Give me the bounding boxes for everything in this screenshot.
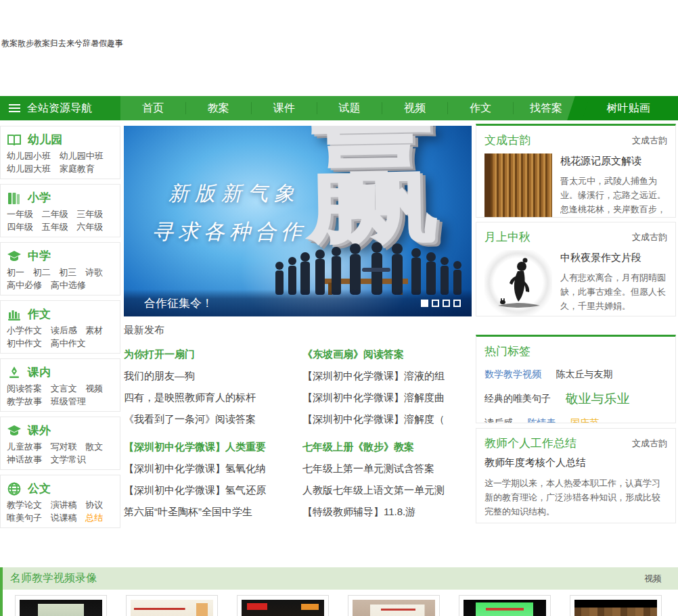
tag-link[interactable]: 国庆节 (570, 417, 599, 423)
post-link[interactable]: 七年级上册《散步》教案 (302, 441, 472, 454)
video-card[interactable] (348, 595, 440, 616)
sidebar-link[interactable]: 四年级 (7, 221, 33, 233)
sidebar-link[interactable]: 教学论文 (7, 499, 42, 511)
sidebar-link[interactable]: 高中作文 (51, 337, 86, 349)
sidebar-section-title[interactable]: 小学 (28, 190, 51, 206)
tag-link[interactable]: 经典的唯美句子 (484, 393, 551, 405)
carousel-caption-link[interactable]: 合作征集令！ (144, 295, 421, 311)
sidebar-link[interactable]: 神话故事 (7, 454, 42, 465)
article-title-link[interactable]: 桃花源记原文解读 (560, 155, 667, 168)
sidebar-link[interactable]: 视频 (85, 383, 103, 394)
sidebar-link[interactable]: 家庭教育 (60, 163, 95, 174)
carousel-indicator[interactable] (432, 300, 439, 307)
post-link[interactable]: 【深圳初中化学微课】溶液的组 (302, 370, 472, 383)
post-link[interactable]: 【深圳初中化学微课】人类重要 (124, 441, 293, 454)
hero-carousel[interactable]: 赢 新版新气象 寻求各种合作 合作征集令！ (124, 126, 472, 316)
video-card[interactable] (570, 595, 662, 616)
sidebar-link[interactable]: 幼儿园小班 (7, 150, 51, 162)
hot-tags-box: 热门标签 数学教学视频 陈太丘与友期 经典的唯美句子 敬业与乐业 读后感 陈情表… (476, 335, 676, 423)
post-link[interactable]: 为你打开一扇门 (124, 348, 293, 361)
nav-brand-all-resources[interactable]: 全站资源导航 (0, 96, 120, 120)
sidebar-link[interactable]: 唯美句子 (7, 512, 42, 523)
sidebar-link[interactable]: 六年级 (76, 221, 103, 233)
sidebar-section-title[interactable]: 公文 (28, 481, 51, 496)
tag-link[interactable]: 陈太丘与友期 (556, 369, 612, 381)
carousel-indicator[interactable] (443, 300, 450, 307)
tag-link[interactable]: 读后感 (484, 417, 513, 423)
sidebar-link[interactable]: 初二 (33, 266, 51, 278)
sidebar-link[interactable]: 教学故事 (7, 396, 42, 407)
sidebar-link[interactable]: 一年级 (7, 208, 33, 220)
sidebar-link[interactable]: 素材 (85, 325, 103, 336)
sidebar-link[interactable]: 说课稿 (51, 512, 77, 523)
sidebar-link[interactable]: 小学作文 (7, 325, 42, 336)
sidebar-link[interactable]: 高中必修 (7, 279, 42, 291)
tag-link[interactable]: 陈情表 (527, 417, 556, 423)
post-link[interactable]: 七年级上第一单元测试含答案 (302, 463, 472, 475)
nav-item-leaf-collage[interactable]: 树叶贴画 (579, 96, 678, 120)
post-link[interactable]: 我们的朋友—狗 (124, 370, 293, 383)
nav-item-lesson-plans[interactable]: 教案 (186, 101, 251, 116)
article-title-link[interactable]: 教师年度考核个人总结 (484, 456, 667, 469)
carousel-indicator[interactable] (421, 300, 428, 307)
sidebar-section-title[interactable]: 作文 (28, 306, 51, 322)
sidebar-link[interactable]: 三年级 (76, 208, 103, 220)
bamboo-scroll-image[interactable] (484, 153, 552, 218)
nav-item-videos[interactable]: 视频 (382, 101, 447, 116)
sidebar-link[interactable]: 班级管理 (51, 396, 86, 407)
box-title[interactable]: 月上中秋 (484, 229, 530, 245)
nav-item-compositions[interactable]: 作文 (448, 101, 513, 116)
nav-item-courseware[interactable]: 课件 (252, 101, 317, 116)
nav-item-exams[interactable]: 试题 (317, 101, 382, 116)
video-card[interactable] (15, 595, 107, 616)
video-card[interactable] (459, 595, 551, 616)
post-link[interactable]: 【深圳初中化学微课】氢气还原 (124, 484, 293, 497)
article-title-link[interactable]: 中秋夜景作文片段 (560, 252, 667, 264)
sidebar-link[interactable]: 初一 (7, 266, 24, 278)
post-link[interactable]: 《我看到了一条河》阅读答案 (124, 413, 293, 426)
box-title[interactable]: 教师个人工作总结 (484, 435, 577, 451)
sidebar-section-title[interactable]: 幼儿园 (28, 132, 62, 147)
sidebar-link[interactable]: 五年级 (42, 221, 68, 233)
sidebar-link[interactable]: 高中选修 (51, 279, 86, 291)
post-link[interactable]: 【特级教师辅导】11.8.游 (302, 506, 472, 519)
tag-link[interactable]: 数学教学视频 (484, 369, 541, 381)
sidebar-link-summary[interactable]: 总结 (85, 512, 103, 523)
sidebar-link[interactable]: 演讲稿 (51, 499, 77, 511)
sidebar-link[interactable]: 散文 (85, 441, 103, 452)
sidebar-link[interactable]: 初三 (59, 266, 76, 278)
sidebar-link[interactable]: 写对联 (51, 441, 77, 452)
post-link[interactable]: 【深圳初中化学微课】溶解度（ (302, 413, 472, 426)
sidebar-section-title[interactable]: 课外 (28, 423, 51, 438)
sidebar-link[interactable]: 文学常识 (51, 454, 86, 465)
videos-more-link[interactable]: 视频 (644, 573, 662, 585)
sidebar-link[interactable]: 诗歌 (85, 266, 103, 278)
sidebar-section-title[interactable]: 中学 (28, 248, 51, 264)
post-link[interactable]: 《东坡画扇》阅读答案 (302, 348, 472, 361)
top-links-text[interactable]: 教案散步教案归去来兮辞暑假趣事 (1, 38, 123, 49)
sidebar-link[interactable]: 儿童故事 (7, 441, 42, 452)
sidebar-section-title[interactable]: 课内 (28, 364, 51, 380)
sidebar-link[interactable]: 读后感 (51, 325, 77, 336)
post-link[interactable]: 人教版七年级上语文第一单元测 (302, 484, 472, 497)
box-title[interactable]: 文成古韵 (484, 133, 530, 148)
post-link[interactable]: 【深圳初中化学微课】氢氧化纳 (124, 463, 293, 475)
sidebar-link[interactable]: 二年级 (42, 208, 68, 220)
sidebar-link[interactable]: 阅读答案 (7, 383, 42, 394)
video-card[interactable] (237, 595, 329, 616)
sidebar-link[interactable]: 文言文 (51, 383, 77, 394)
tag-link[interactable]: 敬业与乐业 (565, 390, 629, 408)
sidebar-link[interactable]: 幼儿园中班 (60, 150, 104, 162)
post-link[interactable]: 第六届“叶圣陶杯”全国中学生 (124, 506, 293, 519)
post-link[interactable]: 四有，是映照教师育人的标杆 (124, 392, 293, 404)
post-link[interactable]: 【深圳初中化学微课】溶解度曲 (302, 392, 472, 404)
carousel-indicator[interactable] (453, 300, 461, 307)
sidebar-link[interactable]: 初中作文 (7, 337, 42, 349)
video-card[interactable] (126, 595, 218, 616)
tag-cloud: 数学教学视频 陈太丘与友期 经典的唯美句子 敬业与乐业 读后感 陈情表 国庆节 … (484, 364, 667, 423)
nav-item-home[interactable]: 首页 (120, 101, 185, 116)
sidebar-link[interactable]: 协议 (85, 499, 103, 511)
left-edge-widget[interactable] (0, 567, 3, 616)
moon-figure-image[interactable] (484, 250, 552, 316)
sidebar-link[interactable]: 幼儿园大班 (7, 163, 51, 174)
